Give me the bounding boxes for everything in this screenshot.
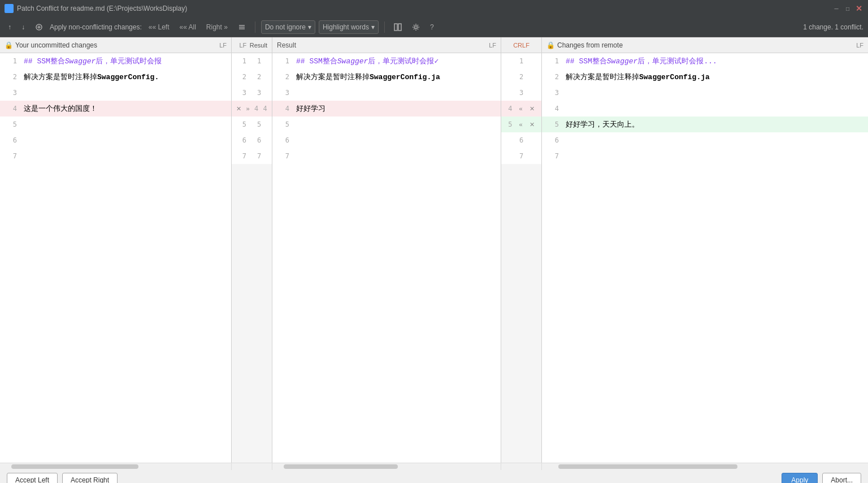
settings-btn[interactable] bbox=[409, 20, 423, 34]
left-panel-header: 🔒 Your uncommitted changes LF bbox=[0, 37, 231, 53]
gutter-row-5: 5 5 bbox=[232, 117, 272, 132]
left-line-4: 4 这是一个伟大的国度！ bbox=[0, 101, 231, 117]
gutter-row-2: 2 2 bbox=[232, 69, 272, 85]
highlight-dropdown[interactable]: Highlight words ▾ bbox=[319, 20, 379, 34]
right-line-2: 2 解决方案是暂时注释掉SwaggerConfig.ja bbox=[542, 69, 868, 85]
help-btn[interactable]: ? bbox=[427, 20, 437, 34]
right-lf-badge: LF bbox=[856, 42, 863, 49]
right-line-3: 3 bbox=[542, 85, 868, 101]
title-text: Patch Conflict for readme.md (E:\Project… bbox=[17, 5, 832, 12]
result-scrollbar[interactable] bbox=[272, 463, 501, 470]
right-scrollbar[interactable] bbox=[542, 463, 868, 470]
right-line-6: 6 bbox=[542, 132, 868, 148]
next-change-btn[interactable]: ↓ bbox=[18, 20, 28, 34]
result-line-4: 4 好好学习 bbox=[272, 101, 501, 117]
result-panel-header: Result LF bbox=[272, 37, 501, 53]
lock-icon-right: 🔒 bbox=[546, 41, 555, 49]
result-line-3: 3 bbox=[272, 85, 501, 101]
maximize-btn[interactable]: □ bbox=[843, 4, 852, 13]
reject-left-ctrl[interactable]: ✕ bbox=[236, 105, 241, 113]
apply-right-btn[interactable]: Right » bbox=[203, 20, 231, 34]
right-panel-title: Changes from remote bbox=[557, 41, 623, 49]
result-panel-title: Result bbox=[277, 41, 296, 49]
accept-left-ctrl[interactable]: » bbox=[246, 105, 250, 112]
gutter-scrollbar-right bbox=[501, 463, 542, 470]
right-gutter-header: CRLF bbox=[501, 37, 541, 53]
right-gutter: CRLF 1 2 3 4 « ✕ 5 « ✕ 6 7 bbox=[501, 37, 542, 463]
left-line-6: 6 bbox=[0, 132, 231, 148]
right-line-7: 7 bbox=[542, 148, 868, 164]
prev-change-btn[interactable]: ↑ bbox=[5, 20, 15, 34]
gutter-row-4: ✕ » 4 4 bbox=[232, 101, 272, 117]
gutter-scrollbar-left bbox=[232, 463, 272, 470]
apply-nonconflicting-label: Apply non-conflicting changes: bbox=[50, 23, 142, 31]
apply-left-btn[interactable]: «« Left bbox=[145, 20, 173, 34]
right-line-5: 5 好好学习，天天向上。 bbox=[542, 117, 868, 132]
right-line-4: 4 bbox=[542, 101, 868, 117]
apply-btn[interactable]: Apply bbox=[782, 473, 818, 484]
result-line-5: 5 bbox=[272, 117, 501, 132]
left-line-5: 5 bbox=[0, 117, 231, 132]
left-line-3: 3 bbox=[0, 85, 231, 101]
gutter-row-1: 1 1 bbox=[232, 53, 272, 69]
accept-left-btn[interactable]: Accept Left bbox=[7, 473, 58, 484]
accept-right-btn[interactable]: Accept Right bbox=[62, 473, 118, 484]
svg-rect-4 bbox=[398, 24, 401, 31]
app-icon bbox=[5, 4, 14, 13]
rgutter-row-2: 2 bbox=[501, 69, 541, 85]
result-panel: Result LF 1 ## SSM整合Swagger后，单元测试时会报✓ 2 … bbox=[272, 37, 501, 463]
titlebar: Patch Conflict for readme.md (E:\Project… bbox=[0, 0, 868, 17]
left-panel: 🔒 Your uncommitted changes LF 1 ## SSM整合… bbox=[0, 37, 232, 463]
right-panel-body: 1 ## SSM整合Swagger后，单元测试时会报... 2 解决方案是暂时注… bbox=[542, 53, 868, 463]
gutter-header-left: LF Result bbox=[232, 37, 272, 53]
left-lf-badge: LF bbox=[219, 42, 227, 49]
rgutter-row-4: 4 « ✕ bbox=[501, 101, 541, 117]
gutter-row-6: 6 6 bbox=[232, 132, 272, 148]
gutter-row-7: 7 7 bbox=[232, 148, 272, 164]
main-layout: 🔒 Your uncommitted changes LF 1 ## SSM整合… bbox=[0, 37, 868, 463]
conflict-count: 1 change. 1 conflict. bbox=[803, 23, 863, 31]
reject-right-ctrl-5[interactable]: ✕ bbox=[530, 121, 535, 128]
result-line-6: 6 bbox=[272, 132, 501, 148]
result-lf-badge: LF bbox=[489, 42, 496, 49]
magic-btn[interactable] bbox=[32, 20, 46, 34]
rgutter-row-7: 7 bbox=[501, 148, 541, 164]
left-line-2: 2 解决方案是暂时注释掉SwaggerConfig. bbox=[0, 69, 231, 85]
right-line-1: 1 ## SSM整合Swagger后，单元测试时会报... bbox=[542, 53, 868, 69]
left-panel-title: Your uncommitted changes bbox=[15, 41, 97, 49]
left-line-1: 1 ## SSM整合Swagger后，单元测试时会报 bbox=[0, 53, 231, 69]
minimize-btn[interactable]: ─ bbox=[832, 4, 841, 13]
rgutter-row-5: 5 « ✕ bbox=[501, 117, 541, 132]
result-line-1: 1 ## SSM整合Swagger后，单元测试时会报✓ bbox=[272, 53, 501, 69]
svg-rect-3 bbox=[394, 24, 397, 31]
result-panel-body: 1 ## SSM整合Swagger后，单元测试时会报✓ 2 解决方案是暂时注释掉… bbox=[272, 53, 501, 463]
gutter-lf: LF bbox=[236, 42, 250, 49]
rgutter-row-6: 6 bbox=[501, 132, 541, 148]
gutter-result: Result bbox=[250, 42, 267, 49]
result-line-7: 7 bbox=[272, 148, 501, 164]
rgutter-row-1: 1 bbox=[501, 53, 541, 69]
left-gutter: LF Result 1 1 2 2 3 3 ✕ » 4 4 5 5 6 6 bbox=[232, 37, 272, 463]
accept-right-ctrl-4[interactable]: « bbox=[519, 105, 523, 112]
result-line-2: 2 解决方案是暂时注释掉SwaggerConfig.ja bbox=[272, 69, 501, 85]
apply-all-btn[interactable]: «« All bbox=[176, 20, 199, 34]
left-scrollbar[interactable] bbox=[0, 463, 232, 470]
left-panel-body: 1 ## SSM整合Swagger后，单元测试时会报 2 解决方案是暂时注释掉S… bbox=[0, 53, 231, 463]
rgutter-row-3: 3 bbox=[501, 85, 541, 101]
abort-btn[interactable]: Abort... bbox=[822, 473, 861, 484]
columns-btn[interactable] bbox=[390, 20, 405, 34]
right-panel: 🔒 Changes from remote LF 1 ## SSM整合Swagg… bbox=[542, 37, 868, 463]
reject-right-ctrl-4[interactable]: ✕ bbox=[530, 105, 535, 113]
gutter-row-3: 3 3 bbox=[232, 85, 272, 101]
svg-point-5 bbox=[414, 25, 417, 28]
left-line-7: 7 bbox=[0, 148, 231, 164]
right-panel-header: 🔒 Changes from remote LF bbox=[542, 37, 868, 53]
scrollbars bbox=[0, 463, 868, 469]
crlf-badge: CRLF bbox=[506, 42, 537, 49]
lock-icon-left: 🔒 bbox=[5, 41, 13, 49]
close-btn[interactable]: ✕ bbox=[854, 4, 863, 13]
more-settings-btn[interactable] bbox=[235, 20, 249, 34]
accept-right-ctrl-5[interactable]: « bbox=[519, 121, 523, 128]
ignore-dropdown[interactable]: Do not ignore ▾ bbox=[261, 20, 315, 34]
bottombar: Accept Left Accept Right Apply Abort... bbox=[0, 469, 868, 483]
